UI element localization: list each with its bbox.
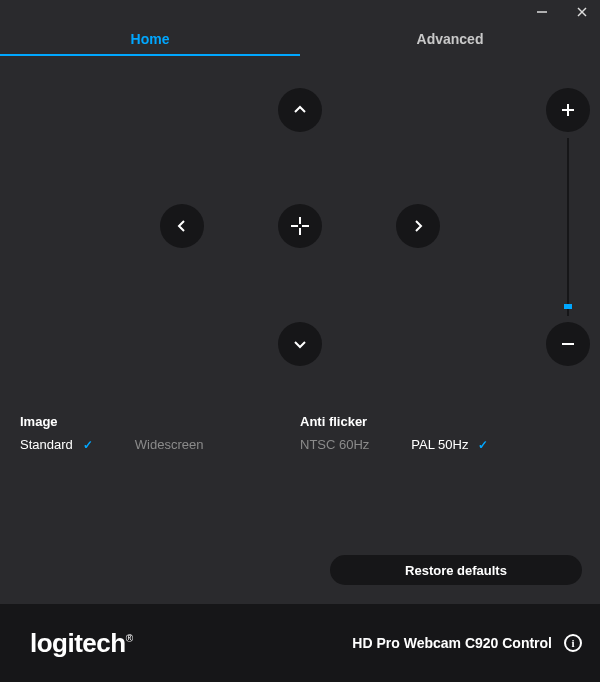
antiflicker-option-ntsc[interactable]: NTSC 60Hz xyxy=(300,437,369,452)
center-reset-button[interactable] xyxy=(278,204,322,248)
tab-advanced[interactable]: Advanced xyxy=(300,24,600,56)
brand-logo: logitech® xyxy=(30,628,143,659)
zoom-out-button[interactable] xyxy=(546,322,590,366)
antiflicker-option-pal[interactable]: PAL 50Hz ✓ xyxy=(411,437,488,452)
option-label: Widescreen xyxy=(135,437,204,452)
option-label: Standard xyxy=(20,437,73,452)
check-icon: ✓ xyxy=(478,438,488,452)
pan-left-button[interactable] xyxy=(160,204,204,248)
tab-home[interactable]: Home xyxy=(0,24,300,56)
zoom-in-button[interactable] xyxy=(546,88,590,132)
product-name: HD Pro Webcam C920 Control xyxy=(352,635,552,651)
info-icon[interactable]: i xyxy=(564,634,582,652)
close-button[interactable] xyxy=(574,4,590,20)
minimize-button[interactable] xyxy=(534,4,550,20)
zoom-slider-thumb[interactable] xyxy=(564,304,572,309)
check-icon: ✓ xyxy=(83,438,93,452)
zoom-slider-track[interactable] xyxy=(567,138,569,316)
restore-defaults-button[interactable]: Restore defaults xyxy=(330,555,582,585)
antiflicker-header: Anti flicker xyxy=(300,414,580,429)
image-option-widescreen[interactable]: Widescreen xyxy=(135,437,204,452)
option-label: NTSC 60Hz xyxy=(300,437,369,452)
camera-control-panel xyxy=(0,56,600,406)
tilt-up-button[interactable] xyxy=(278,88,322,132)
pan-right-button[interactable] xyxy=(396,204,440,248)
image-header: Image xyxy=(20,414,300,429)
option-label: PAL 50Hz xyxy=(411,437,468,452)
image-option-standard[interactable]: Standard ✓ xyxy=(20,437,93,452)
tilt-down-button[interactable] xyxy=(278,322,322,366)
